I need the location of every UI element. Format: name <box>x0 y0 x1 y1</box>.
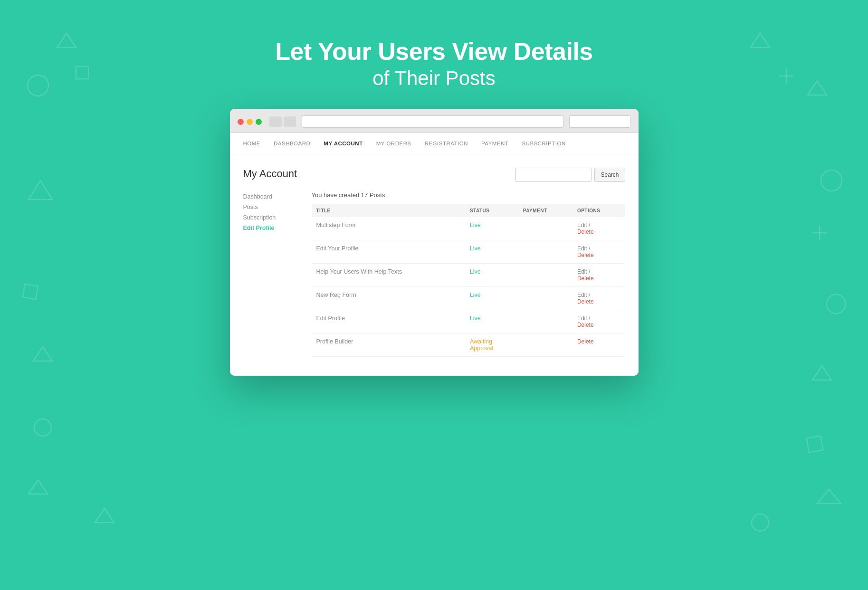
post-title-cell: New Reg Form <box>312 287 465 310</box>
browser-window: HOME DASHBOARD MY ACCOUNT MY ORDERS REGI… <box>230 109 639 376</box>
svg-marker-3 <box>33 347 52 361</box>
nav-item-dashboard[interactable]: DASHBOARD <box>274 141 310 146</box>
delete-link[interactable]: Delete <box>577 298 620 305</box>
hero-title: Let Your Users View Details <box>0 38 868 65</box>
browser-nav-icons <box>269 116 296 127</box>
sidebar: Dashboard Posts Subscription Edit Profil… <box>243 191 300 357</box>
dot-red[interactable] <box>238 119 244 125</box>
post-options-cell: Edit /Delete <box>572 287 625 310</box>
nav-item-myaccount[interactable]: MY ACCOUNT <box>324 141 362 146</box>
post-status-cell: Live <box>465 240 518 264</box>
hero-subtitle: of Their Posts <box>0 67 868 90</box>
site-nav: HOME DASHBOARD MY ACCOUNT MY ORDERS REGI… <box>230 133 639 154</box>
col-payment: PAYMENT <box>518 204 572 217</box>
post-options-cell: Edit /Delete <box>572 310 625 333</box>
post-status-cell: Live <box>465 310 518 333</box>
edit-link[interactable]: Edit / <box>577 292 590 298</box>
col-title: TITLE <box>312 204 465 217</box>
sidebar-item-subscription[interactable]: Subscription <box>243 212 300 223</box>
browser-searchbar[interactable] <box>569 115 631 128</box>
post-options-cell: Edit /Delete <box>572 264 625 287</box>
post-status-cell: Live <box>465 287 518 310</box>
col-status: STATUS <box>465 204 518 217</box>
svg-marker-13 <box>817 489 841 504</box>
delete-link[interactable]: Delete <box>577 275 620 282</box>
post-status-cell: Live <box>465 217 518 240</box>
nav-item-subscription[interactable]: SUBSCRIPTION <box>522 141 565 146</box>
page-header: My Account Search <box>243 168 625 182</box>
svg-marker-5 <box>29 480 48 494</box>
edit-link[interactable]: Edit / <box>577 315 590 322</box>
nav-item-myorders[interactable]: MY ORDERS <box>376 141 411 146</box>
post-status-cell: Live <box>465 264 518 287</box>
delete-link[interactable]: Delete <box>577 322 620 328</box>
post-title-cell: Edit Your Profile <box>312 240 465 264</box>
search-area: Search <box>515 168 625 182</box>
nav-item-home[interactable]: HOME <box>243 141 261 146</box>
edit-link[interactable]: Edit / <box>577 245 590 252</box>
dot-green[interactable] <box>256 119 262 125</box>
post-title-cell: Multistep Form <box>312 217 465 240</box>
svg-marker-19 <box>95 508 114 523</box>
post-title-cell: Profile Builder <box>312 333 465 357</box>
posts-area: You have created 17 Posts TITLE STATUS P… <box>312 191 625 357</box>
svg-point-20 <box>752 514 769 531</box>
table-row: Multistep FormLiveEdit /Delete <box>312 217 625 240</box>
post-payment-cell <box>518 264 572 287</box>
edit-link[interactable]: Edit / <box>577 222 590 228</box>
table-row: Help Your Users With Help TextsLiveEdit … <box>312 264 625 287</box>
nav-item-payment[interactable]: PAYMENT <box>481 141 508 146</box>
sidebar-item-edit-profile[interactable]: Edit Profile <box>243 223 300 233</box>
post-payment-cell <box>518 217 572 240</box>
search-button[interactable]: Search <box>594 168 625 182</box>
sidebar-item-posts[interactable]: Posts <box>243 202 300 212</box>
content-body: Dashboard Posts Subscription Edit Profil… <box>243 191 625 357</box>
delete-link[interactable]: Delete <box>577 252 620 258</box>
posts-count: You have created 17 Posts <box>312 191 625 199</box>
table-row: Edit ProfileLiveEdit /Delete <box>312 310 625 333</box>
post-payment-cell <box>518 333 572 357</box>
browser-content: HOME DASHBOARD MY ACCOUNT MY ORDERS REGI… <box>230 133 639 376</box>
table-header-row: TITLE STATUS PAYMENT OPTIONS <box>312 204 625 217</box>
post-options-cell: Edit /Delete <box>572 217 625 240</box>
col-options: OPTIONS <box>572 204 625 217</box>
page-title: My Account <box>243 168 297 180</box>
post-payment-cell <box>518 310 572 333</box>
table-row: Profile BuilderAwaitingApprovalDelete <box>312 333 625 357</box>
browser-dots <box>238 119 262 125</box>
svg-rect-2 <box>23 284 38 299</box>
edit-link[interactable]: Edit / <box>577 268 590 275</box>
nav-item-registration[interactable]: REGISTRATION <box>425 141 468 146</box>
table-row: New Reg FormLiveEdit /Delete <box>312 287 625 310</box>
nav-forward-icon[interactable] <box>284 116 296 127</box>
svg-rect-12 <box>807 436 823 453</box>
delete-link[interactable]: Delete <box>577 338 620 345</box>
dot-yellow[interactable] <box>247 119 253 125</box>
post-payment-cell <box>518 240 572 264</box>
svg-point-4 <box>34 419 51 436</box>
table-row: Edit Your ProfileLiveEdit /Delete <box>312 240 625 264</box>
nav-back-icon[interactable] <box>269 116 282 127</box>
search-input[interactable] <box>515 168 591 182</box>
status-awaiting: AwaitingApproval <box>470 338 493 352</box>
post-title-cell: Edit Profile <box>312 310 465 333</box>
svg-marker-11 <box>812 366 831 380</box>
main-content: My Account Search Dashboard Posts Subscr… <box>230 154 639 376</box>
post-title-cell: Help Your Users With Help Texts <box>312 264 465 287</box>
browser-titlebar <box>230 109 639 133</box>
post-status-cell: AwaitingApproval <box>465 333 518 357</box>
svg-point-7 <box>821 170 842 191</box>
browser-addressbar[interactable] <box>302 115 563 128</box>
post-payment-cell <box>518 287 572 310</box>
sidebar-item-dashboard[interactable]: Dashboard <box>243 191 300 202</box>
delete-link[interactable]: Delete <box>577 228 620 235</box>
posts-table: TITLE STATUS PAYMENT OPTIONS Multistep F… <box>312 204 625 357</box>
post-options-cell: Delete <box>572 333 625 357</box>
svg-point-10 <box>827 295 846 314</box>
svg-marker-1 <box>29 181 52 200</box>
post-options-cell: Edit /Delete <box>572 240 625 264</box>
